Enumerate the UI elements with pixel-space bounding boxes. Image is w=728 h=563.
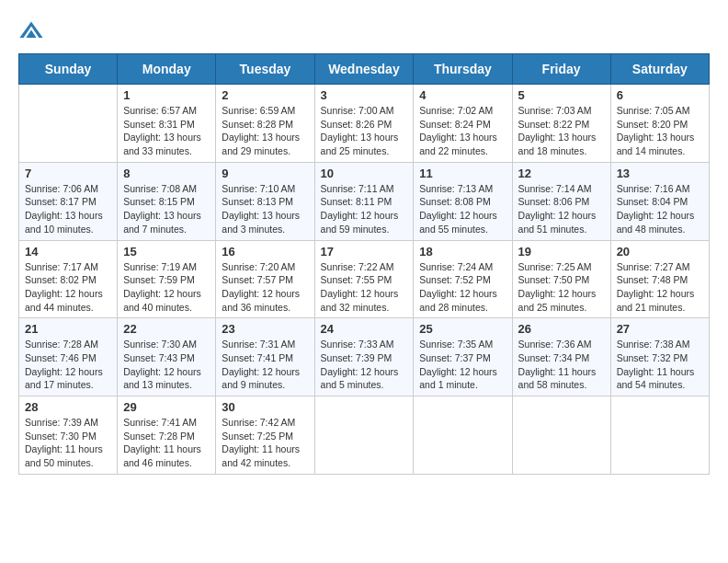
day-number: 24 bbox=[321, 322, 408, 336]
calendar-cell: 23Sunrise: 7:31 AM Sunset: 7:41 PM Dayli… bbox=[216, 318, 314, 396]
day-info: Sunrise: 7:20 AM Sunset: 7:57 PM Dayligh… bbox=[222, 260, 308, 315]
calendar-cell: 30Sunrise: 7:42 AM Sunset: 7:25 PM Dayli… bbox=[216, 396, 314, 475]
day-info: Sunrise: 7:42 AM Sunset: 7:25 PM Dayligh… bbox=[222, 416, 308, 470]
calendar-cell: 13Sunrise: 7:16 AM Sunset: 8:04 PM Dayli… bbox=[610, 162, 709, 240]
day-info: Sunrise: 7:30 AM Sunset: 7:43 PM Dayligh… bbox=[123, 338, 210, 392]
day-number: 10 bbox=[321, 167, 408, 180]
day-info: Sunrise: 7:14 AM Sunset: 8:06 PM Dayligh… bbox=[518, 182, 605, 236]
weekday-header: Saturday bbox=[610, 54, 709, 85]
day-number: 28 bbox=[25, 400, 111, 414]
calendar-cell: 20Sunrise: 7:27 AM Sunset: 7:48 PM Dayli… bbox=[610, 240, 709, 318]
calendar-week-row: 7Sunrise: 7:06 AM Sunset: 8:17 PM Daylig… bbox=[19, 162, 710, 240]
day-number: 16 bbox=[222, 245, 308, 259]
day-number: 23 bbox=[222, 322, 308, 336]
calendar-cell: 19Sunrise: 7:25 AM Sunset: 7:50 PM Dayli… bbox=[512, 240, 610, 318]
day-number: 20 bbox=[617, 245, 703, 259]
day-info: Sunrise: 7:25 AM Sunset: 7:50 PM Dayligh… bbox=[518, 260, 605, 315]
day-number: 7 bbox=[25, 167, 111, 180]
day-info: Sunrise: 7:06 AM Sunset: 8:17 PM Dayligh… bbox=[25, 182, 111, 236]
day-info: Sunrise: 7:22 AM Sunset: 7:55 PM Dayligh… bbox=[321, 260, 408, 315]
calendar-cell: 2Sunrise: 6:59 AM Sunset: 8:28 PM Daylig… bbox=[216, 85, 314, 163]
calendar-cell bbox=[414, 396, 512, 475]
day-number: 5 bbox=[518, 88, 605, 102]
calendar-cell: 28Sunrise: 7:39 AM Sunset: 7:30 PM Dayli… bbox=[19, 396, 118, 475]
day-info: Sunrise: 7:19 AM Sunset: 7:59 PM Dayligh… bbox=[123, 260, 210, 315]
day-info: Sunrise: 7:41 AM Sunset: 7:28 PM Dayligh… bbox=[123, 416, 210, 470]
calendar-cell bbox=[314, 396, 414, 475]
day-number: 13 bbox=[617, 167, 703, 180]
calendar-cell: 16Sunrise: 7:20 AM Sunset: 7:57 PM Dayli… bbox=[216, 240, 314, 318]
day-info: Sunrise: 7:17 AM Sunset: 8:02 PM Dayligh… bbox=[25, 260, 111, 315]
calendar-cell bbox=[512, 396, 610, 475]
day-number: 8 bbox=[123, 167, 210, 180]
calendar-week-row: 28Sunrise: 7:39 AM Sunset: 7:30 PM Dayli… bbox=[19, 396, 710, 475]
calendar-cell: 12Sunrise: 7:14 AM Sunset: 8:06 PM Dayli… bbox=[512, 162, 610, 240]
day-number: 29 bbox=[123, 400, 210, 414]
day-info: Sunrise: 7:24 AM Sunset: 7:52 PM Dayligh… bbox=[419, 260, 506, 315]
calendar-header-row: SundayMondayTuesdayWednesdayThursdayFrid… bbox=[19, 54, 710, 85]
calendar-cell: 7Sunrise: 7:06 AM Sunset: 8:17 PM Daylig… bbox=[19, 162, 118, 240]
weekday-header: Friday bbox=[512, 54, 610, 85]
day-number: 21 bbox=[25, 322, 111, 336]
day-number: 19 bbox=[518, 245, 605, 259]
day-info: Sunrise: 7:03 AM Sunset: 8:22 PM Dayligh… bbox=[518, 104, 605, 158]
calendar-cell: 15Sunrise: 7:19 AM Sunset: 7:59 PM Dayli… bbox=[118, 240, 216, 318]
weekday-header: Tuesday bbox=[216, 54, 314, 85]
day-number: 12 bbox=[518, 167, 605, 180]
day-info: Sunrise: 7:38 AM Sunset: 7:32 PM Dayligh… bbox=[617, 338, 703, 392]
day-number: 25 bbox=[419, 322, 506, 336]
calendar-cell: 10Sunrise: 7:11 AM Sunset: 8:11 PM Dayli… bbox=[314, 162, 414, 240]
calendar-cell: 8Sunrise: 7:08 AM Sunset: 8:15 PM Daylig… bbox=[118, 162, 216, 240]
calendar-week-row: 14Sunrise: 7:17 AM Sunset: 8:02 PM Dayli… bbox=[19, 240, 710, 318]
weekday-header: Sunday bbox=[19, 54, 118, 85]
day-info: Sunrise: 7:33 AM Sunset: 7:39 PM Dayligh… bbox=[321, 338, 408, 392]
day-number: 11 bbox=[419, 167, 506, 180]
calendar-cell: 22Sunrise: 7:30 AM Sunset: 7:43 PM Dayli… bbox=[118, 318, 216, 396]
day-info: Sunrise: 7:05 AM Sunset: 8:20 PM Dayligh… bbox=[617, 104, 703, 158]
calendar-cell: 5Sunrise: 7:03 AM Sunset: 8:22 PM Daylig… bbox=[512, 85, 610, 163]
day-info: Sunrise: 7:16 AM Sunset: 8:04 PM Dayligh… bbox=[617, 182, 703, 236]
day-number: 14 bbox=[25, 245, 111, 259]
day-info: Sunrise: 7:31 AM Sunset: 7:41 PM Dayligh… bbox=[222, 338, 308, 392]
calendar-week-row: 1Sunrise: 6:57 AM Sunset: 8:31 PM Daylig… bbox=[19, 85, 710, 163]
calendar-cell: 18Sunrise: 7:24 AM Sunset: 7:52 PM Dayli… bbox=[414, 240, 512, 318]
day-number: 4 bbox=[419, 88, 506, 102]
calendar-week-row: 21Sunrise: 7:28 AM Sunset: 7:46 PM Dayli… bbox=[19, 318, 710, 396]
calendar-table: SundayMondayTuesdayWednesdayThursdayFrid… bbox=[18, 53, 710, 475]
day-number: 3 bbox=[321, 88, 408, 102]
header bbox=[18, 18, 710, 44]
calendar-cell: 26Sunrise: 7:36 AM Sunset: 7:34 PM Dayli… bbox=[512, 318, 610, 396]
day-number: 9 bbox=[222, 167, 308, 180]
calendar-cell: 3Sunrise: 7:00 AM Sunset: 8:26 PM Daylig… bbox=[314, 85, 414, 163]
logo-icon bbox=[18, 18, 44, 44]
calendar-cell: 1Sunrise: 6:57 AM Sunset: 8:31 PM Daylig… bbox=[118, 85, 216, 163]
weekday-header: Monday bbox=[118, 54, 216, 85]
weekday-header: Thursday bbox=[414, 54, 512, 85]
day-info: Sunrise: 6:59 AM Sunset: 8:28 PM Dayligh… bbox=[222, 104, 308, 158]
day-number: 2 bbox=[222, 88, 308, 102]
calendar-cell bbox=[19, 85, 118, 163]
weekday-header: Wednesday bbox=[314, 54, 414, 85]
calendar-cell: 11Sunrise: 7:13 AM Sunset: 8:08 PM Dayli… bbox=[414, 162, 512, 240]
calendar-cell: 29Sunrise: 7:41 AM Sunset: 7:28 PM Dayli… bbox=[118, 396, 216, 475]
calendar-cell: 24Sunrise: 7:33 AM Sunset: 7:39 PM Dayli… bbox=[314, 318, 414, 396]
day-info: Sunrise: 7:08 AM Sunset: 8:15 PM Dayligh… bbox=[123, 182, 210, 236]
day-info: Sunrise: 7:11 AM Sunset: 8:11 PM Dayligh… bbox=[321, 182, 408, 236]
day-number: 17 bbox=[321, 245, 408, 259]
day-number: 26 bbox=[518, 322, 605, 336]
day-info: Sunrise: 7:00 AM Sunset: 8:26 PM Dayligh… bbox=[321, 104, 408, 158]
day-info: Sunrise: 7:02 AM Sunset: 8:24 PM Dayligh… bbox=[419, 104, 506, 158]
day-info: Sunrise: 7:39 AM Sunset: 7:30 PM Dayligh… bbox=[25, 416, 111, 470]
day-number: 18 bbox=[419, 245, 506, 259]
calendar-cell: 6Sunrise: 7:05 AM Sunset: 8:20 PM Daylig… bbox=[610, 85, 709, 163]
day-info: Sunrise: 6:57 AM Sunset: 8:31 PM Dayligh… bbox=[123, 104, 210, 158]
day-number: 15 bbox=[123, 245, 210, 259]
calendar-cell: 25Sunrise: 7:35 AM Sunset: 7:37 PM Dayli… bbox=[414, 318, 512, 396]
logo bbox=[18, 18, 48, 44]
day-info: Sunrise: 7:35 AM Sunset: 7:37 PM Dayligh… bbox=[419, 338, 506, 392]
day-number: 22 bbox=[123, 322, 210, 336]
calendar-cell: 14Sunrise: 7:17 AM Sunset: 8:02 PM Dayli… bbox=[19, 240, 118, 318]
calendar-cell: 17Sunrise: 7:22 AM Sunset: 7:55 PM Dayli… bbox=[314, 240, 414, 318]
calendar-cell bbox=[610, 396, 709, 475]
calendar-cell: 27Sunrise: 7:38 AM Sunset: 7:32 PM Dayli… bbox=[610, 318, 709, 396]
